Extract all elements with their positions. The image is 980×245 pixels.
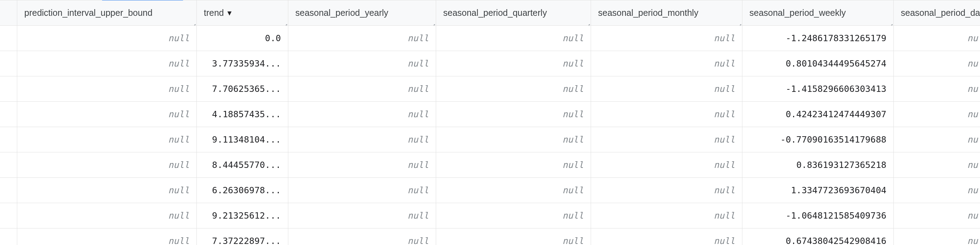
- column-label: trend: [204, 8, 224, 18]
- cell-seasonal-period-quarterly[interactable]: null: [436, 102, 591, 127]
- cell-seasonal-period-daily[interactable]: null: [894, 178, 980, 203]
- cell-prediction-interval-upper-bound[interactable]: null: [17, 203, 197, 229]
- cell-seasonal-period-weekly[interactable]: -1.4158296606303413: [742, 76, 894, 102]
- table-row[interactable]: null7.37222897...nullnullnull0.674380425…: [0, 229, 980, 245]
- column-label: seasonal_period_daily: [901, 8, 980, 18]
- table-row[interactable]: null0.0nullnullnull-1.2486178331265179nu…: [0, 26, 980, 51]
- cell-trend[interactable]: 4.18857435...: [197, 102, 288, 127]
- cell-seasonal-period-quarterly[interactable]: null: [436, 203, 591, 229]
- column-label: seasonal_period_monthly: [598, 8, 698, 18]
- resize-handle-icon[interactable]: [887, 19, 893, 25]
- column-header-seasonal-period-quarterly[interactable]: seasonal_period_quarterly: [436, 0, 591, 26]
- cell-seasonal-period-weekly[interactable]: -0.77090163514179688: [742, 127, 894, 153]
- cell-seasonal-period-weekly[interactable]: 1.3347723693670404: [742, 178, 894, 203]
- cell-seasonal-period-monthly[interactable]: null: [591, 102, 742, 127]
- cell-seasonal-period-quarterly[interactable]: null: [436, 26, 591, 51]
- cell-seasonal-period-weekly[interactable]: 0.67438042542908416: [742, 229, 894, 245]
- cell-seasonal-period-quarterly[interactable]: null: [436, 229, 591, 245]
- resize-handle-icon[interactable]: [736, 19, 742, 25]
- cell-seasonal-period-quarterly[interactable]: null: [436, 178, 591, 203]
- cell-leftedge: [0, 76, 17, 102]
- cell-seasonal-period-daily[interactable]: null: [894, 51, 980, 76]
- column-header-seasonal-period-daily[interactable]: seasonal_period_daily: [894, 0, 980, 26]
- cell-seasonal-period-weekly[interactable]: -1.2486178331265179: [742, 26, 894, 51]
- cell-prediction-interval-upper-bound[interactable]: null: [17, 26, 197, 51]
- cell-trend[interactable]: 7.70625365...: [197, 76, 288, 102]
- column-label: seasonal_period_weekly: [749, 8, 846, 18]
- column-header-seasonal-period-yearly[interactable]: seasonal_period_yearly: [288, 0, 436, 26]
- cell-prediction-interval-upper-bound[interactable]: null: [17, 229, 197, 245]
- table-row[interactable]: null4.18857435...nullnullnull0.424234124…: [0, 102, 980, 127]
- table-row[interactable]: null8.44455770...nullnullnull0.836193127…: [0, 153, 980, 178]
- resize-handle-icon[interactable]: [190, 19, 196, 25]
- cell-leftedge: [0, 51, 17, 76]
- data-table-container: prediction_interval_upper_bound trend ▼ …: [0, 0, 980, 245]
- cell-trend[interactable]: 9.21325612...: [197, 203, 288, 229]
- cell-prediction-interval-upper-bound[interactable]: null: [17, 51, 197, 76]
- cell-trend[interactable]: 0.0: [197, 26, 288, 51]
- cell-seasonal-period-weekly[interactable]: 0.80104344495645274: [742, 51, 894, 76]
- cell-prediction-interval-upper-bound[interactable]: null: [17, 102, 197, 127]
- cell-seasonal-period-monthly[interactable]: null: [591, 76, 742, 102]
- table-row[interactable]: null6.26306978...nullnullnull1.334772369…: [0, 178, 980, 203]
- cell-seasonal-period-yearly[interactable]: null: [288, 178, 436, 203]
- cell-prediction-interval-upper-bound[interactable]: null: [17, 153, 197, 178]
- cell-seasonal-period-quarterly[interactable]: null: [436, 127, 591, 153]
- column-header-trend[interactable]: trend ▼: [197, 0, 288, 26]
- cell-trend[interactable]: 3.77335934...: [197, 51, 288, 76]
- cell-seasonal-period-monthly[interactable]: null: [591, 229, 742, 245]
- column-header-prediction-interval-upper-bound[interactable]: prediction_interval_upper_bound: [17, 0, 197, 26]
- column-header-seasonal-period-monthly[interactable]: seasonal_period_monthly: [591, 0, 742, 26]
- resize-handle-icon[interactable]: [282, 19, 288, 25]
- cell-seasonal-period-quarterly[interactable]: null: [436, 51, 591, 76]
- cell-trend[interactable]: 8.44455770...: [197, 153, 288, 178]
- cell-leftedge: [0, 127, 17, 153]
- table-body: null0.0nullnullnull-1.2486178331265179nu…: [0, 26, 980, 245]
- cell-trend[interactable]: 7.37222897...: [197, 229, 288, 245]
- cell-seasonal-period-yearly[interactable]: null: [288, 102, 436, 127]
- cell-leftedge: [0, 203, 17, 229]
- sort-descending-icon[interactable]: ▼: [226, 10, 233, 16]
- cell-seasonal-period-monthly[interactable]: null: [591, 153, 742, 178]
- cell-seasonal-period-weekly[interactable]: 0.836193127365218: [742, 153, 894, 178]
- cell-seasonal-period-quarterly[interactable]: null: [436, 153, 591, 178]
- cell-seasonal-period-yearly[interactable]: null: [288, 76, 436, 102]
- cell-prediction-interval-upper-bound[interactable]: null: [17, 127, 197, 153]
- column-header-seasonal-period-weekly[interactable]: seasonal_period_weekly: [742, 0, 894, 26]
- cell-seasonal-period-daily[interactable]: null: [894, 127, 980, 153]
- column-label: prediction_interval_upper_bound: [24, 8, 153, 18]
- cell-seasonal-period-monthly[interactable]: null: [591, 26, 742, 51]
- cell-seasonal-period-yearly[interactable]: null: [288, 127, 436, 153]
- cell-seasonal-period-yearly[interactable]: null: [288, 203, 436, 229]
- data-table: prediction_interval_upper_bound trend ▼ …: [0, 0, 980, 245]
- cell-seasonal-period-daily[interactable]: null: [894, 229, 980, 245]
- cell-prediction-interval-upper-bound[interactable]: null: [17, 76, 197, 102]
- cell-trend[interactable]: 6.26306978...: [197, 178, 288, 203]
- cell-prediction-interval-upper-bound[interactable]: null: [17, 178, 197, 203]
- table-row[interactable]: null9.21325612...nullnullnull-1.06481215…: [0, 203, 980, 229]
- cell-seasonal-period-monthly[interactable]: null: [591, 203, 742, 229]
- cell-seasonal-period-yearly[interactable]: null: [288, 229, 436, 245]
- cell-seasonal-period-weekly[interactable]: 0.42423412474449307: [742, 102, 894, 127]
- cell-seasonal-period-daily[interactable]: null: [894, 203, 980, 229]
- cell-seasonal-period-monthly[interactable]: null: [591, 127, 742, 153]
- cell-leftedge: [0, 178, 17, 203]
- resize-handle-icon[interactable]: [584, 19, 591, 25]
- cell-seasonal-period-yearly[interactable]: null: [288, 153, 436, 178]
- cell-seasonal-period-daily[interactable]: null: [894, 26, 980, 51]
- table-row[interactable]: null7.70625365...nullnullnull-1.41582966…: [0, 76, 980, 102]
- column-label: seasonal_period_yearly: [295, 8, 388, 18]
- cell-seasonal-period-daily[interactable]: null: [894, 102, 980, 127]
- cell-seasonal-period-monthly[interactable]: null: [591, 51, 742, 76]
- cell-seasonal-period-weekly[interactable]: -1.0648121585409736: [742, 203, 894, 229]
- cell-seasonal-period-daily[interactable]: null: [894, 153, 980, 178]
- cell-seasonal-period-yearly[interactable]: null: [288, 26, 436, 51]
- cell-seasonal-period-quarterly[interactable]: null: [436, 76, 591, 102]
- cell-seasonal-period-monthly[interactable]: null: [591, 178, 742, 203]
- table-row[interactable]: null9.11348104...nullnullnull-0.77090163…: [0, 127, 980, 153]
- cell-trend[interactable]: 9.11348104...: [197, 127, 288, 153]
- resize-handle-icon[interactable]: [430, 19, 436, 25]
- cell-seasonal-period-yearly[interactable]: null: [288, 51, 436, 76]
- cell-seasonal-period-daily[interactable]: null: [894, 76, 980, 102]
- table-row[interactable]: null3.77335934...nullnullnull0.801043444…: [0, 51, 980, 76]
